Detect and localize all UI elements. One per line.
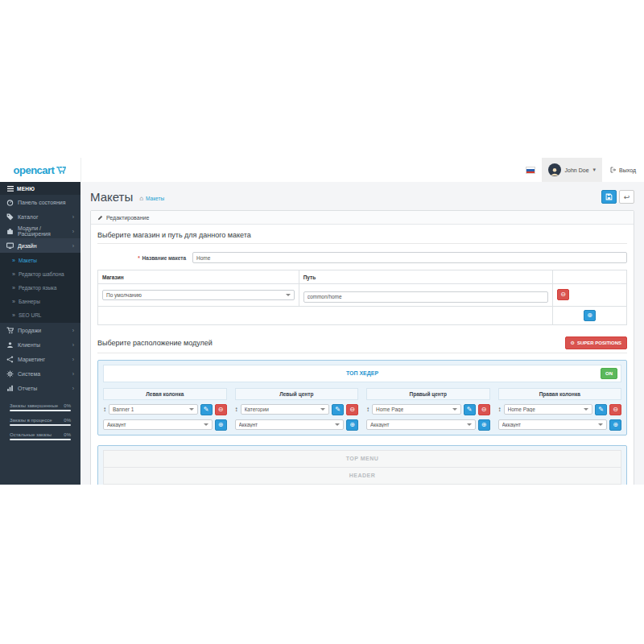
chevron-right-icon: › [72, 229, 74, 234]
cart-icon [6, 327, 14, 334]
submenu-item-layouts[interactable]: » Макеты [0, 254, 80, 267]
drag-handle-icon[interactable]: ↕ [498, 406, 502, 413]
drag-handle-icon[interactable]: ↕ [103, 406, 106, 413]
add-module-select[interactable]: Аккаунт [103, 419, 213, 430]
remove-route-button[interactable]: ⊖ [557, 289, 569, 300]
order-stats: Заказы завершенные 0% Заказы в процессе … [10, 403, 71, 440]
edit-module-button[interactable]: ✎ [200, 404, 213, 415]
stat-label: Заказы в процессе [10, 418, 52, 423]
table-row: По умолчанию ⊖ [98, 284, 627, 307]
pencil-icon [97, 215, 103, 221]
plus-circle-icon: ⊕ [349, 422, 355, 428]
drag-handle-icon[interactable]: ↕ [366, 406, 369, 413]
remove-module-button[interactable]: ⊖ [478, 404, 490, 415]
sidebar: МЕНЮ Панель состояния Каталог › Модули /… [0, 182, 80, 485]
sidebar-item-catalog[interactable]: Каталог › [0, 209, 80, 224]
sidebar-item-design[interactable]: Дизайн › [0, 238, 80, 253]
store-select[interactable]: По умолчанию [102, 290, 295, 300]
module-select[interactable]: Home Page [504, 404, 593, 415]
design-submenu: » Макеты » Редактор шаблона » Редактор я… [0, 253, 80, 323]
add-module-button[interactable]: ⊕ [478, 419, 490, 431]
module-column-right: Правая колонка ↕ Home Page ✎ ⊖ [498, 388, 622, 431]
position-menu[interactable]: MENU [103, 485, 621, 485]
layout-name-row: * Название макета [97, 252, 627, 263]
stat-orders-completed: Заказы завершенные 0% [10, 403, 71, 411]
plus-circle-icon: ⊕ [481, 422, 487, 428]
layout-name-input[interactable] [192, 252, 627, 263]
position-on-toggle[interactable]: ON [601, 368, 617, 379]
gear-icon [6, 370, 14, 378]
cart-icon [56, 166, 67, 174]
chevron-down-icon [189, 408, 194, 411]
save-button[interactable] [601, 190, 617, 204]
remove-module-button[interactable]: ⊖ [215, 404, 227, 415]
remove-module-button[interactable]: ⊖ [609, 404, 621, 415]
person-icon [6, 341, 14, 349]
edit-module-button[interactable]: ✎ [332, 404, 344, 415]
route-column-header: Путь [299, 270, 552, 284]
back-button[interactable]: ↩ [619, 190, 634, 204]
submenu-item-banners[interactable]: » Баннеры [0, 295, 80, 308]
super-positions-button[interactable]: ⚙ SUPER POSITIONS [565, 336, 627, 349]
position-top-menu[interactable]: TOP MENU [103, 450, 621, 468]
sidebar-item-system[interactable]: Система › [0, 366, 80, 381]
add-module-select[interactable]: Аккаунт [498, 419, 608, 430]
module-select[interactable]: Категории [241, 404, 330, 415]
stat-progress-bar [10, 424, 71, 426]
add-module-select[interactable]: Аккаунт [235, 419, 345, 430]
edit-module-button[interactable]: ✎ [464, 404, 476, 415]
add-module-button[interactable]: ⊕ [346, 419, 358, 431]
position-title: ТОП ХЕДЕР [346, 370, 378, 376]
store-column-header: Магазин [98, 270, 299, 284]
user-profile-menu[interactable]: John Doe ▾ [542, 158, 602, 182]
section-modules-header: Выберите расположение модулей ⚙ SUPER PO… [97, 336, 627, 353]
stat-progress-bar [10, 439, 71, 440]
add-route-button[interactable]: ⊕ [584, 310, 596, 321]
sidebar-item-sales[interactable]: Продажи › [0, 323, 80, 337]
brand-logo[interactable]: opencart [0, 158, 81, 182]
column-title: Правый центр [366, 388, 490, 400]
stat-orders-processing: Заказы в процессе 0% [10, 418, 71, 426]
bullet-icon: » [12, 258, 15, 263]
submenu-item-language-editor[interactable]: » Редактор языка [0, 281, 80, 295]
monitor-icon [6, 242, 14, 250]
gears-icon: ⚙ [571, 340, 575, 345]
puzzle-icon [6, 228, 14, 235]
drag-handle-icon[interactable]: ↕ [235, 406, 238, 413]
breadcrumb-link-layouts[interactable]: Макеты [146, 196, 164, 201]
stat-value: 0% [64, 418, 71, 423]
add-module-select[interactable]: Аккаунт [366, 419, 476, 430]
module-column-right-center: Правый центр ↕ Home Page ✎ ⊖ [366, 388, 490, 431]
chevron-down-icon [467, 423, 472, 426]
chevron-right-icon: › [72, 342, 74, 348]
add-module-button[interactable]: ⊕ [215, 419, 227, 431]
sidebar-item-customers[interactable]: Клиенты › [0, 337, 80, 352]
chevron-down-icon [286, 294, 291, 296]
home-icon[interactable]: ⌂ [139, 195, 143, 202]
route-input[interactable] [303, 291, 548, 303]
logout-button[interactable]: Выход [602, 167, 644, 173]
module-select[interactable]: Banner 1 [109, 404, 198, 415]
sidebar-item-extensions[interactable]: Модули / Расширения › [0, 224, 80, 238]
add-module-button[interactable]: ⊕ [609, 419, 621, 431]
edit-module-button[interactable]: ✎ [595, 404, 607, 415]
pencil-icon: ✎ [204, 407, 209, 413]
submenu-item-seo-url[interactable]: » SEO URL [0, 308, 80, 322]
sidebar-item-reports[interactable]: Отчеты › [0, 381, 80, 395]
module-select[interactable]: Home Page [372, 404, 461, 415]
dashboard-icon [6, 199, 14, 206]
module-column-left-center: Левый центр ↕ Категории ✎ ⊖ [235, 388, 359, 431]
sidebar-menu-header: МЕНЮ [0, 182, 80, 195]
language-flag-icon[interactable] [526, 167, 535, 174]
bullet-icon: » [12, 299, 15, 304]
submenu-item-theme-editor[interactable]: » Редактор шаблона [0, 267, 80, 281]
chevron-right-icon: › [72, 214, 74, 220]
column-title: Левый центр [235, 388, 359, 400]
stat-value: 0% [64, 432, 71, 437]
sidebar-item-marketing[interactable]: Маркетинг › [0, 352, 80, 366]
remove-module-button[interactable]: ⊖ [346, 404, 358, 415]
sidebar-item-dashboard[interactable]: Панель состояния [0, 195, 80, 209]
position-header[interactable]: HEADER [103, 468, 621, 485]
stat-label: Заказы завершенные [10, 403, 58, 408]
chevron-down-icon [320, 408, 325, 411]
